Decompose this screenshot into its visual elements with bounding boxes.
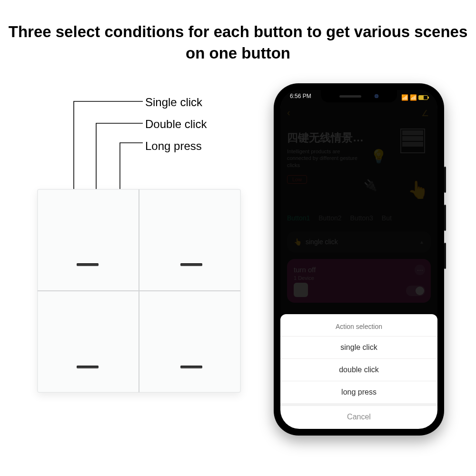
tab-button2[interactable]: Button2 <box>318 214 341 222</box>
bulb-icon: 💡 <box>370 149 387 164</box>
option-long-press[interactable]: long press <box>280 381 437 403</box>
phone-screen: 6:56 PM 📶 📶 ‹ ∠ 四键无线情景… Intelligent prod… <box>280 90 437 429</box>
touch-icon: 👆 <box>294 238 302 246</box>
scene-title: turn off <box>294 266 424 274</box>
switch-button-indicator[interactable] <box>77 263 99 266</box>
more-icon[interactable]: ⋯ <box>415 265 425 275</box>
option-double-click[interactable]: double click <box>280 359 437 381</box>
wifi-icon: 📶 <box>410 94 417 101</box>
section-label: single click <box>306 238 338 246</box>
battery-icon <box>418 95 428 100</box>
scene-toggle[interactable] <box>406 286 425 296</box>
phone-mockup: 6:56 PM 📶 📶 ‹ ∠ 四键无线情景… Intelligent prod… <box>274 83 444 436</box>
battery-low-badge: Low <box>287 175 307 184</box>
device-subtitle: Intelligent products are connected by di… <box>287 148 358 169</box>
plug-icon: 🔌 <box>364 179 377 192</box>
switch-panel <box>37 189 241 393</box>
action-sheet: Action selection single click double cli… <box>280 314 437 429</box>
option-single-click[interactable]: single click <box>280 337 437 358</box>
tab-button3[interactable]: Button3 <box>350 214 373 222</box>
section-single-click[interactable]: 👆 single click ▲ <box>287 231 431 252</box>
signal-icon: 📶 <box>401 94 408 101</box>
hand-icon: 👆 <box>407 180 429 200</box>
chevron-up-icon: ▲ <box>419 239 424 245</box>
callout-labels: Single click Double click Long press <box>145 97 207 162</box>
callout-long: Long press <box>145 140 207 152</box>
status-time: 6:56 PM <box>290 93 311 102</box>
switch-button-indicator[interactable] <box>180 263 202 266</box>
scene-subtitle: 1 Device <box>294 275 424 281</box>
tab-button4[interactable]: But <box>382 214 392 222</box>
switch-button-indicator[interactable] <box>77 366 99 368</box>
blinds-icon <box>400 129 426 154</box>
switch-button-indicator[interactable] <box>180 366 202 368</box>
tab-button1[interactable]: Button1 <box>287 214 310 222</box>
headline: Three select conditions for each button … <box>0 21 476 64</box>
scene-thumb <box>294 283 308 297</box>
back-icon[interactable]: ‹ <box>287 107 290 118</box>
callout-single: Single click <box>145 97 207 108</box>
phone-notch <box>321 90 397 102</box>
button-tabs: Button1 Button2 Button3 But <box>287 214 431 222</box>
edit-icon[interactable]: ∠ <box>421 108 429 119</box>
callout-double: Double click <box>145 119 207 130</box>
cancel-button[interactable]: Cancel <box>280 403 437 426</box>
sheet-title: Action selection <box>280 319 437 336</box>
scene-card[interactable]: turn off 1 Device ⋯ <box>287 259 431 303</box>
